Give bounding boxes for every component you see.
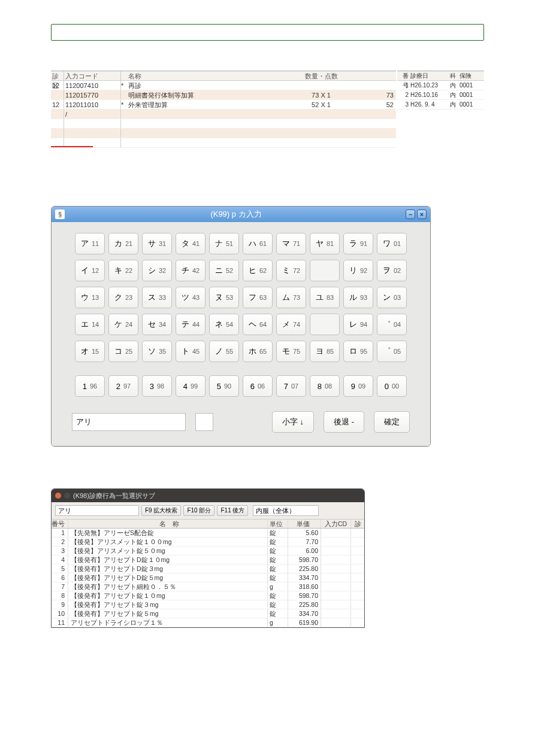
kana-key-63[interactable]: フ63 — [243, 287, 273, 308]
list-row[interactable]: 4【後発有】アリセプトD錠１０mg錠598.70 — [52, 555, 364, 564]
kana-key-04[interactable]: ゛04 — [377, 314, 407, 335]
num-key-00[interactable]: 000 — [377, 375, 407, 397]
kana-key-15[interactable]: オ15 — [75, 341, 105, 362]
num-key-99[interactable]: 499 — [176, 375, 205, 397]
kana-key-33[interactable]: ス33 — [142, 287, 172, 308]
entry-row[interactable]: 12112007410*再診 — [51, 81, 396, 90]
num-key-96[interactable]: 196 — [75, 375, 105, 397]
kana-key-11[interactable]: ア11 — [75, 233, 105, 254]
list-search-input[interactable] — [55, 505, 139, 516]
expand-search-button[interactable]: F9 拡大検索 — [141, 505, 181, 516]
list-filter-input[interactable] — [253, 505, 319, 516]
close-button[interactable]: × — [417, 210, 427, 219]
kana-key-52[interactable]: ニ52 — [209, 260, 239, 281]
kana-window-titlebar[interactable]: § (K99) p カ入力 – × — [52, 207, 430, 222]
list-row[interactable]: 8【後発有】アリセプト錠１０mg錠598.70 — [52, 591, 364, 600]
kana-key-03[interactable]: ン03 — [377, 287, 407, 308]
kana-key-32[interactable]: シ32 — [142, 260, 172, 281]
num-key-08[interactable]: 808 — [310, 375, 340, 397]
small-char-button[interactable]: 小字 ↓ — [272, 411, 314, 433]
kana-key-51[interactable]: ナ51 — [209, 233, 239, 254]
kana-key-54[interactable]: ネ54 — [209, 314, 239, 335]
col-head-ku: 診区 — [51, 71, 64, 80]
kana-key-92[interactable]: リ92 — [343, 260, 373, 281]
kana-key-22[interactable]: キ22 — [108, 260, 138, 281]
kana-key-41[interactable]: タ41 — [176, 233, 205, 254]
kana-key-74[interactable]: メ74 — [276, 314, 306, 335]
app-icon: § — [55, 210, 65, 219]
kana-key-73[interactable]: ム73 — [276, 287, 306, 308]
kana-key-95[interactable]: ロ95 — [343, 341, 373, 362]
kana-key-93[interactable]: ル93 — [343, 287, 373, 308]
kana-key-45[interactable]: ト45 — [176, 341, 205, 362]
list-row[interactable]: 9【後発有】アリセプト錠３mg錠225.80 — [52, 600, 364, 609]
list-row[interactable]: 11アリセプトドライシロップ１％g619.90 — [52, 618, 364, 627]
close-dot-icon[interactable] — [55, 493, 61, 499]
list-row[interactable]: 1【先発無】アリーゼS配合錠錠5.60 — [52, 529, 364, 538]
list-row[interactable]: 3【後発】アリスメット錠５０mg錠6.00 — [52, 546, 364, 555]
kana-key-91[interactable]: ラ91 — [343, 233, 373, 254]
entry-row[interactable] — [51, 119, 396, 129]
kana-key-53[interactable]: ヌ53 — [209, 287, 239, 308]
num-key-06[interactable]: 606 — [243, 375, 273, 397]
kana-key-23[interactable]: ク23 — [108, 287, 138, 308]
num-key-07[interactable]: 707 — [276, 375, 306, 397]
kana-key-13[interactable]: ウ13 — [75, 287, 105, 308]
kana-key-81[interactable]: ヤ81 — [310, 233, 340, 254]
kana-key-83[interactable]: ユ83 — [310, 287, 340, 308]
kana-key-35[interactable]: ソ35 — [142, 341, 172, 362]
entry-row[interactable]: / — [51, 110, 396, 119]
confirm-button[interactable]: 確定 — [374, 411, 410, 433]
kana-key-43[interactable]: ツ43 — [176, 287, 205, 308]
list-titlebar[interactable]: (K98)診療行為一覧選択サブ — [52, 489, 364, 502]
minimize-button[interactable]: – — [406, 210, 415, 219]
kana-key-85[interactable]: ヨ85 — [310, 341, 340, 362]
kana-key-44[interactable]: テ44 — [176, 314, 205, 335]
kana-key-14[interactable]: エ14 — [75, 314, 105, 335]
kana-key-12[interactable]: イ12 — [75, 260, 105, 281]
kana-text-input[interactable] — [72, 413, 186, 431]
kana-key-55[interactable]: ノ55 — [209, 341, 239, 362]
treatment-list-window: (K98)診療行為一覧選択サブ F9 拡大検索 F10 部分 F11 後方 番号… — [51, 488, 365, 628]
min-dot-icon[interactable] — [64, 493, 70, 499]
entry-row[interactable]: 112015770明細書発行体制等加算73 X 173 — [51, 90, 396, 100]
kana-key-25[interactable]: コ25 — [108, 341, 138, 362]
kana-key-42[interactable]: チ42 — [176, 260, 205, 281]
entry-row[interactable] — [51, 138, 396, 148]
kana-body: ア11カ21サ31タ41ナ51ハ61マ71ヤ81ラ91ワ01イ12キ22シ32チ… — [52, 222, 430, 446]
partial-search-button[interactable]: F10 部分 — [183, 505, 214, 516]
num-key-90[interactable]: 590 — [209, 375, 239, 397]
kana-key-05[interactable]: ゜05 — [377, 341, 407, 362]
kana-key-75[interactable]: モ75 — [276, 341, 306, 362]
kana-key-24[interactable]: ケ24 — [108, 314, 138, 335]
kana-key-01[interactable]: ワ01 — [377, 233, 407, 254]
num-key-97[interactable]: 297 — [108, 375, 138, 397]
kana-key-94[interactable]: レ94 — [343, 314, 373, 335]
history-row[interactable]: 2H26.10.16内0001 — [397, 90, 484, 100]
kana-key-34[interactable]: セ34 — [142, 314, 172, 335]
kana-key-61[interactable]: ハ61 — [243, 233, 273, 254]
kana-key-64[interactable]: ヘ64 — [243, 314, 273, 335]
kana-key-31[interactable]: サ31 — [142, 233, 172, 254]
col-head-qty: 数量・点数 — [276, 71, 366, 80]
kana-key-65[interactable]: ホ65 — [243, 341, 273, 362]
num-key-98[interactable]: 398 — [142, 375, 172, 397]
suffix-search-button[interactable]: F11 後方 — [217, 505, 248, 516]
kana-key-71[interactable]: マ71 — [276, 233, 306, 254]
kana-code-input[interactable] — [195, 413, 213, 431]
backspace-button[interactable]: 後退 - — [324, 411, 364, 433]
entry-row[interactable]: 12112011010*外来管理加算52 X 152 — [51, 100, 396, 110]
kana-key-72[interactable]: ミ72 — [276, 260, 306, 281]
list-row[interactable]: 2【後発】アリスメット錠１００mg錠7.70 — [52, 538, 364, 546]
history-row[interactable]: 3H26. 9. 4内0001 — [397, 100, 484, 110]
list-row[interactable]: 5【後発有】アリセプトD錠３mg錠225.80 — [52, 564, 364, 573]
list-row[interactable]: 6【後発有】アリセプトD錠５mg錠334.70 — [52, 573, 364, 582]
kana-key-02[interactable]: ヲ02 — [377, 260, 407, 281]
kana-key-62[interactable]: ヒ62 — [243, 260, 273, 281]
entry-row[interactable] — [51, 129, 396, 138]
history-row[interactable]: 1H26.10.23内0001 — [397, 81, 484, 90]
num-key-09[interactable]: 909 — [343, 375, 373, 397]
kana-key-21[interactable]: カ21 — [108, 233, 138, 254]
list-row[interactable]: 10【後発有】アリセプト錠５mg錠334.70 — [52, 609, 364, 618]
list-row[interactable]: 7【後発有】アリセプト細粒０．５％g318.60 — [52, 582, 364, 591]
